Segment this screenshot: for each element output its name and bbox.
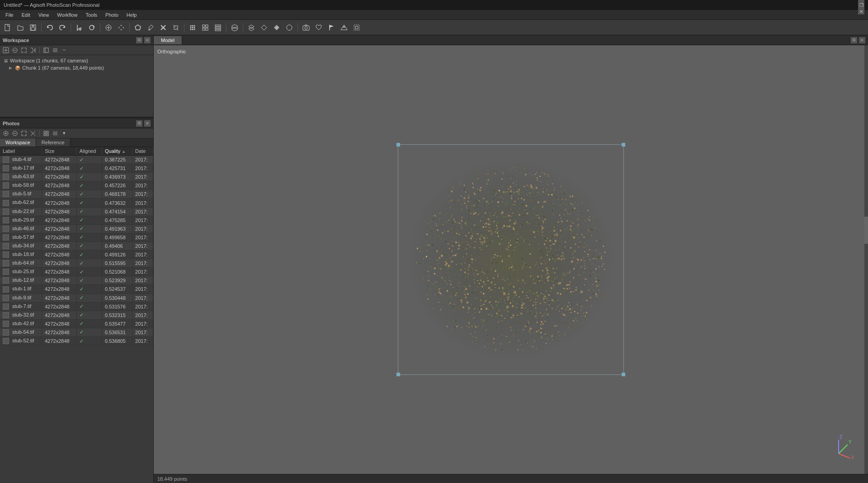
col-aligned[interactable]: Aligned — [76, 147, 102, 156]
table-row[interactable]: stub-52.tif 4272x2848 ✓ 0.536805 2017: — [0, 336, 153, 345]
table-row[interactable]: stub-17.tif 4272x2848 ✓ 0.425731 2017: — [0, 164, 153, 173]
restore-btn[interactable]: ❐ — [858, 2, 864, 8]
table-row[interactable]: stub-42.tif 4272x2848 ✓ 0.535477 2017: — [0, 319, 153, 328]
svg-point-1109 — [574, 311, 576, 313]
circle-button[interactable] — [283, 22, 295, 33]
ws-grid-btn[interactable] — [51, 46, 59, 54]
table-row[interactable]: stub-5.tif 4272x2848 ✓ 0.468178 2017: — [0, 190, 153, 199]
model-float-btn[interactable]: ⧉ — [851, 37, 857, 43]
ws-collapse-btn[interactable] — [29, 46, 37, 54]
new-button[interactable] — [2, 22, 14, 33]
menu-edit[interactable]: Edit — [18, 11, 34, 19]
table-row[interactable]: stub-64.tif 4272x2848 ✓ 0.515595 2017: — [0, 259, 153, 268]
workspace-root-item[interactable]: 🖥 Workspace (1 chunks, 67 cameras) — [0, 57, 153, 64]
photos-expand-btn[interactable] — [20, 129, 28, 137]
table-row[interactable]: stub-57.tif 4272x2848 ✓ 0.499658 2017: — [0, 233, 153, 242]
tab-reference[interactable]: Reference — [36, 138, 71, 147]
tab-model[interactable]: Model — [154, 36, 182, 44]
menu-tools[interactable]: Tools — [82, 11, 101, 19]
table-row[interactable]: stub-12.tif 4272x2848 ✓ 0.523929 2017: — [0, 276, 153, 285]
svg-point-2526 — [506, 201, 508, 203]
menu-file[interactable]: File — [2, 11, 17, 19]
ws-settings-btn[interactable] — [42, 46, 50, 54]
table-row[interactable]: stub-25.tif 4272x2848 ✓ 0.521068 2017: — [0, 268, 153, 276]
svg-point-1027 — [561, 197, 562, 198]
viewport-scrollbar-thumb[interactable] — [864, 217, 868, 244]
menu-help[interactable]: Help — [123, 11, 141, 19]
photos-collapse-btn[interactable] — [29, 129, 37, 137]
redo-button[interactable] — [57, 22, 68, 33]
menu-view[interactable]: View — [35, 11, 53, 19]
ws-menu-btn[interactable] — [60, 46, 68, 54]
table-row[interactable]: stub-58.tif 4272x2848 ✓ 0.457226 2017: — [0, 181, 153, 190]
heart-button[interactable] — [313, 22, 325, 33]
table-row[interactable]: stub-29.tif 4272x2848 ✓ 0.475285 2017: — [0, 216, 153, 224]
col-date[interactable]: Date — [132, 147, 153, 156]
table-button[interactable] — [212, 22, 224, 33]
transform-button[interactable] — [351, 22, 363, 33]
table-row[interactable]: stub-54.tif 4272x2848 ✓ 0.536531 2017: — [0, 328, 153, 336]
photos-float-btn[interactable]: ⧉ — [136, 120, 142, 127]
photos-close-btn[interactable]: ✕ — [144, 120, 151, 127]
delete-button[interactable] — [157, 22, 169, 33]
save-button[interactable] — [27, 22, 39, 33]
workspace-close-btn[interactable]: ✕ — [144, 37, 151, 43]
dots-button[interactable] — [187, 22, 198, 33]
table-row[interactable]: stub-34.tif 4272x2848 ✓ 0.49406 2017: — [0, 242, 153, 250]
rotate-button[interactable] — [86, 22, 98, 33]
grid-button[interactable] — [199, 22, 211, 33]
move-button[interactable] — [115, 22, 127, 33]
table-row[interactable]: stub-46.tif 4272x2848 ✓ 0.491963 2017: — [0, 224, 153, 233]
svg-point-909 — [490, 247, 491, 248]
table-row[interactable]: stub-62.tif 4272x2848 ✓ 0.473632 2017: — [0, 199, 153, 207]
chunk-item[interactable]: ▶ 📦 Chunk 1 (67 cameras, 18,449 points) — [0, 64, 153, 71]
table-row[interactable]: stub-18.tif 4272x2848 ✓ 0.499126 2017: — [0, 251, 153, 259]
crop-button[interactable] — [170, 22, 182, 33]
shape2-button[interactable] — [271, 22, 283, 33]
close-btn[interactable]: ✕ — [858, 8, 864, 14]
undo-button[interactable] — [44, 22, 56, 33]
mountain-button[interactable] — [338, 22, 350, 33]
ws-expand-btn[interactable] — [20, 46, 28, 54]
layers-button[interactable] — [245, 22, 257, 33]
workspace-float-btn[interactable]: ⧉ — [136, 37, 142, 43]
photos-remove-btn[interactable] — [11, 129, 19, 137]
viewport-scrollbar[interactable] — [864, 45, 868, 474]
table-row[interactable]: stub-32.tif 4272x2848 ✓ 0.532315 2017: — [0, 311, 153, 319]
menu-photo[interactable]: Photo — [102, 11, 122, 19]
brush-button[interactable] — [145, 22, 156, 33]
photos-add-btn[interactable] — [2, 129, 10, 137]
3d-button[interactable] — [229, 22, 241, 33]
col-quality[interactable]: Quality ▲ — [102, 147, 132, 156]
ws-remove-btn[interactable] — [11, 46, 19, 54]
svg-point-859 — [562, 252, 563, 253]
flag-button[interactable] — [326, 22, 337, 33]
polygon-button[interactable] — [132, 22, 144, 33]
viewport[interactable]: Orthographic — [154, 45, 868, 474]
table-row[interactable]: stub-4.tif 4272x2848 ✓ 0.387225 2017: — [0, 156, 153, 164]
photos-table-container[interactable]: Label Size Aligned Quality ▲ Date stub-4… — [0, 147, 153, 483]
table-row[interactable]: stub-9.tif 4272x2848 ✓ 0.530448 2017: — [0, 294, 153, 302]
shape-button[interactable] — [258, 22, 270, 33]
tab-workspace[interactable]: Workspace — [0, 138, 36, 147]
svg-point-1900 — [548, 300, 548, 301]
svg-point-2011 — [464, 189, 465, 190]
workspace-header-controls: ⧉ ✕ — [136, 37, 151, 43]
col-size[interactable]: Size — [42, 147, 76, 156]
points-button[interactable] — [103, 22, 114, 33]
table-row[interactable]: stub-63.tif 4272x2848 ✓ 0.436973 2017: — [0, 173, 153, 181]
open-button[interactable] — [14, 22, 26, 33]
ws-add-btn[interactable] — [2, 46, 10, 54]
col-label[interactable]: Label — [0, 147, 42, 156]
camera-button[interactable] — [300, 22, 312, 33]
table-row[interactable]: stub-7.tif 4272x2848 ✓ 0.531576 2017: — [0, 302, 153, 311]
photos-list-btn[interactable] — [51, 129, 59, 137]
photos-grid-btn[interactable] — [42, 129, 50, 137]
select-button[interactable] — [73, 22, 85, 33]
table-row[interactable]: stub-22.tif 4272x2848 ✓ 0.474154 2017: — [0, 207, 153, 216]
photos-detail-btn[interactable]: ▾ — [60, 129, 68, 137]
table-row[interactable]: stub-1.tif 4272x2848 ✓ 0.524537 2017: — [0, 285, 153, 294]
menu-workflow[interactable]: Workflow — [53, 11, 81, 19]
photos-sep1 — [39, 130, 40, 137]
model-close-btn[interactable]: ✕ — [859, 37, 865, 43]
